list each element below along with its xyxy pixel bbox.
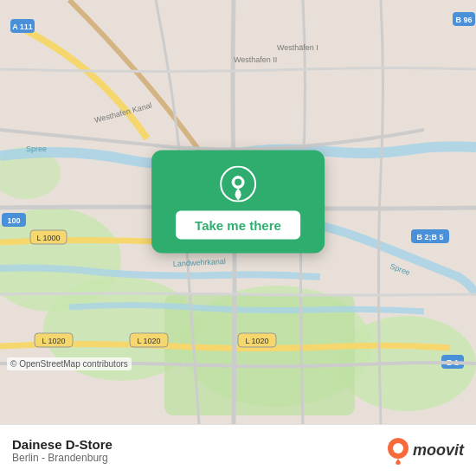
svg-text:B 96: B 96 [455, 16, 472, 24]
location-card: Take me there [151, 151, 325, 254]
svg-text:B 2;B 5: B 2;B 5 [416, 233, 443, 241]
location-region: Berlin - Brandenburg [12, 452, 113, 464]
moovit-pin-icon [387, 437, 409, 465]
svg-point-35 [393, 443, 403, 453]
svg-text:L 1020: L 1020 [42, 337, 65, 345]
svg-text:L 1020: L 1020 [245, 337, 268, 345]
svg-text:A 111: A 111 [12, 23, 33, 31]
svg-text:L 1020: L 1020 [137, 337, 160, 345]
svg-text:Westhafen II: Westhafen II [234, 55, 277, 64]
location-info: Dainese D-Store Berlin - Brandenburg [12, 437, 113, 464]
moovit-logo: moovit [387, 437, 464, 465]
map-container: A 111 L 1000 L 1020 L 1020 L 1020 B 96 B… [0, 0, 476, 424]
moovit-text: moovit [413, 441, 464, 460]
copyright-notice: © OpenStreetMap contributors [7, 357, 132, 370]
svg-text:100: 100 [7, 216, 20, 225]
bottom-bar: Dainese D-Store Berlin - Brandenburg moo… [0, 424, 476, 476]
svg-text:Spree: Spree [26, 145, 47, 153]
svg-text:L 1000: L 1000 [36, 234, 60, 242]
location-pin-icon [220, 166, 256, 203]
svg-text:Westhäfen I: Westhäfen I [277, 43, 318, 52]
location-name: Dainese D-Store [12, 437, 113, 452]
svg-point-33 [235, 179, 241, 186]
take-me-there-button[interactable]: Take me there [176, 211, 300, 240]
